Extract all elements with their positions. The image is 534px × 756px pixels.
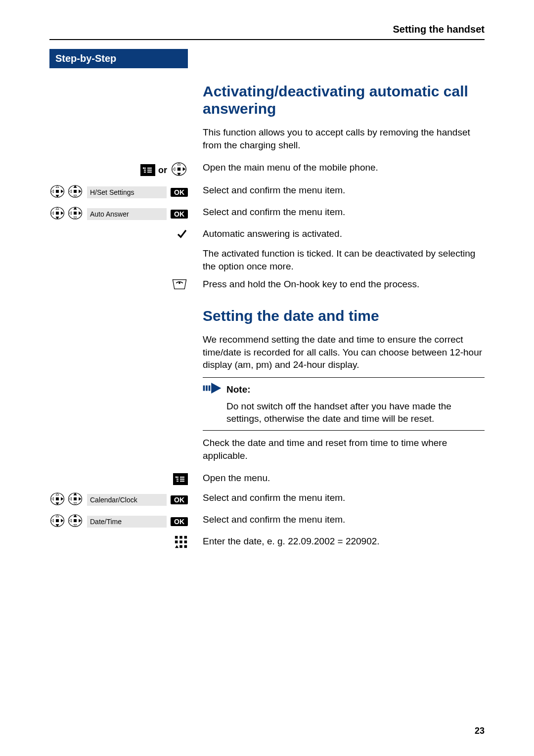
step-text: Automatic answering is activated. (203, 228, 342, 239)
nav-pad-icon (67, 513, 83, 530)
nav-pad-icon (67, 184, 83, 201)
step-text: Select and confirm the menu item. (203, 185, 345, 195)
nav-pad-icon (170, 161, 188, 179)
section-title: Setting the handset (393, 24, 485, 35)
note-arrow-icon (203, 383, 222, 397)
step-text: Open the main menu of the mobile phone. (203, 162, 378, 173)
onhook-key-icon (171, 278, 188, 293)
step-text: Select and confirm the menu item. (203, 492, 345, 503)
ok-button: OK (171, 210, 188, 219)
nav-pad-icon (49, 184, 65, 201)
ok-button: OK (171, 495, 188, 504)
step-text: Select and confirm the menu item. (203, 514, 345, 525)
step-by-step-tab: Step-by-Step (49, 49, 188, 68)
section2-title: Setting the date and time (203, 308, 485, 325)
nav-pad-icon (49, 206, 65, 222)
nav-pad-icon (49, 491, 65, 508)
page-number: 23 (475, 726, 485, 736)
section2-postnote: Check the date and time and reset from t… (203, 437, 485, 462)
step-text: The activated function is ticked. It can… (203, 248, 475, 271)
note-box: Note: Do not switch off the handset afte… (203, 377, 485, 431)
section1-title: Activating/deactivating automatic call a… (203, 83, 485, 117)
menu-item-date-time: Date/Time (87, 516, 167, 528)
step-text: Enter the date, e. g. 22.09.2002 = 22090… (203, 536, 380, 546)
nav-pad-icon (67, 491, 83, 508)
menu-item-hset-settings: H/Set Settings (87, 186, 167, 198)
menu-key-icon (140, 164, 155, 176)
section1-intro: This function allows you to accept calls… (203, 126, 485, 151)
nav-pad-icon (67, 206, 83, 222)
step-text: Press and hold the On-hook key to end th… (203, 279, 419, 289)
or-label: or (158, 165, 167, 176)
keypad-icon (174, 535, 188, 551)
ok-button: OK (171, 188, 188, 197)
step-text: Select and confirm the menu item. (203, 207, 345, 217)
page-header: Setting the handset (49, 24, 485, 40)
ok-button: OK (171, 517, 188, 526)
menu-item-auto-answer: Auto Answer (87, 208, 167, 220)
section2-intro: We recommend setting the date and time t… (203, 333, 485, 371)
menu-key-icon (173, 473, 188, 485)
note-body: Do not switch off the handset after you … (203, 400, 485, 425)
check-icon (176, 228, 188, 242)
menu-item-calendar-clock: Calendar/Clock (87, 494, 167, 506)
note-title: Note: (226, 383, 251, 396)
nav-pad-icon (49, 513, 65, 530)
step-text: Open the menu. (203, 473, 270, 483)
